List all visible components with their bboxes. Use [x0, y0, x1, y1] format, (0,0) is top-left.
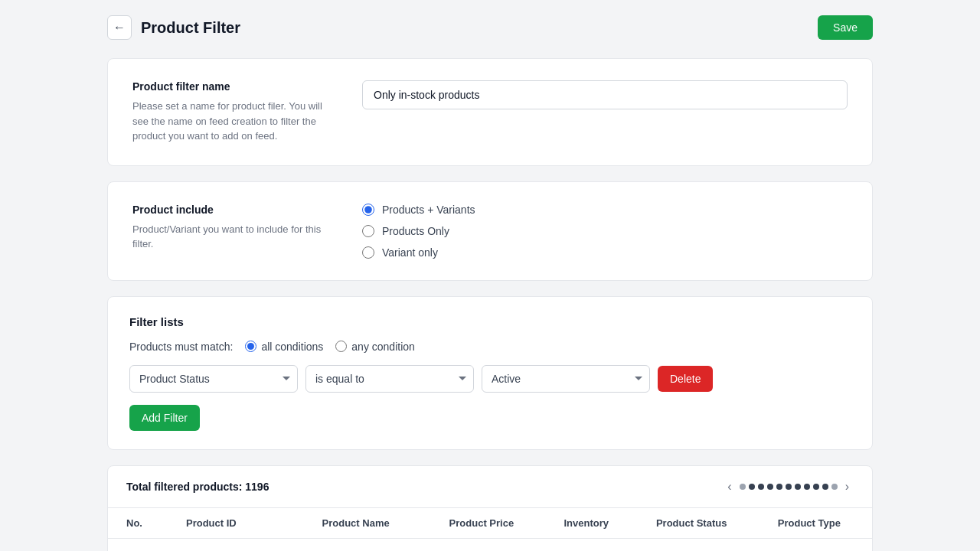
- dot-3: [758, 484, 764, 490]
- radio-all-conditions[interactable]: [245, 341, 256, 352]
- match-any-radio[interactable]: any condition: [335, 341, 415, 353]
- radio-item-products-variants[interactable]: Products + Variants: [362, 204, 848, 216]
- filter-name-content: [362, 80, 848, 109]
- table-head: No. Product ID Product Name Product Pric…: [108, 508, 872, 539]
- match-row: Products must match: all conditions any …: [129, 341, 851, 353]
- product-include-label-col: Product include Product/Variant you want…: [132, 204, 332, 252]
- page-header: ← Product Filter Save: [107, 15, 873, 40]
- radio-products-only[interactable]: [362, 225, 374, 237]
- match-all-radio[interactable]: all conditions: [245, 341, 323, 353]
- radio-variant-only[interactable]: [362, 246, 374, 259]
- dot-6: [786, 484, 792, 490]
- col-product-name: Product Name: [304, 508, 431, 539]
- cell-status: ACTIVE: [638, 538, 760, 551]
- filter-condition-row: Product Status Product Price Inventory P…: [129, 365, 851, 393]
- cell-no: 1: [108, 538, 168, 551]
- col-product-status: Product Status: [638, 508, 760, 539]
- match-label: Products must match:: [129, 341, 233, 353]
- results-header: Total filtered products: 1196 ‹ ›: [108, 466, 872, 508]
- product-include-description: Product/Variant you want to include for …: [132, 222, 332, 252]
- pagination: ‹ ›: [723, 478, 854, 495]
- back-button[interactable]: ←: [107, 15, 132, 40]
- cell-price: 105.0: [431, 538, 546, 551]
- pagination-next[interactable]: ›: [841, 478, 854, 495]
- filter-name-card: Product filter name Please set a name fo…: [107, 58, 873, 166]
- table-header-row: No. Product ID Product Name Product Pric…: [108, 508, 872, 539]
- cell-inventory: 5: [545, 538, 637, 551]
- dot-7: [795, 484, 801, 490]
- save-button[interactable]: Save: [818, 15, 873, 40]
- radio-item-products-only[interactable]: Products Only: [362, 225, 848, 237]
- product-include-card: Product include Product/Variant you want…: [107, 181, 873, 281]
- dot-11: [831, 484, 838, 490]
- filter-name-description: Please set a name for product filer. You…: [132, 99, 332, 144]
- filter-name-input[interactable]: [362, 80, 848, 109]
- results-card: Total filtered products: 1196 ‹ › N: [107, 465, 873, 552]
- col-product-id: Product ID: [168, 508, 304, 539]
- filter-lists-card: Filter lists Products must match: all co…: [107, 296, 873, 450]
- radio-label-any-condition: any condition: [351, 341, 415, 353]
- col-inventory: Inventory: [545, 508, 637, 539]
- product-include-heading: Product include: [132, 204, 332, 216]
- radio-item-variant-only[interactable]: Variant only: [362, 246, 848, 259]
- filter-lists-title: Filter lists: [129, 315, 851, 328]
- radio-label-all-conditions: all conditions: [261, 341, 323, 353]
- filter-name-heading: Product filter name: [132, 80, 332, 93]
- header-left: ← Product Filter: [107, 15, 240, 40]
- dot-10: [822, 484, 828, 490]
- add-filter-button[interactable]: Add Filter: [129, 405, 200, 431]
- filter-value-select[interactable]: Active Draft Archived: [482, 365, 650, 393]
- product-include-content: Products + Variants Products Only Varian…: [362, 204, 848, 259]
- dot-9: [813, 484, 819, 490]
- cell-id: 5878409134233: [168, 538, 304, 551]
- cell-type: Shoes: [760, 538, 872, 551]
- radio-products-variants[interactable]: [362, 204, 374, 216]
- results-table: No. Product ID Product Name Product Pric…: [108, 508, 872, 552]
- delete-filter-button[interactable]: Delete: [658, 366, 713, 392]
- col-no: No.: [108, 508, 168, 539]
- radio-label-products-variants: Products + Variants: [382, 204, 475, 216]
- filter-condition-select[interactable]: is equal to is not equal to contains doe…: [305, 365, 474, 393]
- dot-2: [749, 484, 755, 490]
- radio-label-products-only: Products Only: [382, 225, 449, 237]
- table-body: 15878409134233DZR Minna105.05ACTIVEShoes…: [108, 538, 872, 551]
- dot-5: [776, 484, 782, 490]
- radio-label-variant-only: Variant only: [382, 246, 438, 259]
- results-title: Total filtered products: 1196: [126, 481, 269, 493]
- dot-1: [740, 484, 746, 490]
- filter-name-label-col: Product filter name Please set a name fo…: [132, 80, 332, 144]
- col-product-price: Product Price: [431, 508, 546, 539]
- pagination-prev[interactable]: ‹: [723, 478, 736, 495]
- filter-field-select[interactable]: Product Status Product Price Inventory P…: [129, 365, 298, 393]
- dot-8: [804, 484, 810, 490]
- radio-any-condition[interactable]: [335, 341, 347, 352]
- dot-4: [767, 484, 773, 490]
- table-row: 15878409134233DZR Minna105.05ACTIVEShoes: [108, 538, 872, 551]
- page-title: Product Filter: [141, 19, 240, 37]
- cell-name: DZR Minna: [304, 538, 431, 551]
- col-product-type: Product Type: [760, 508, 872, 539]
- product-include-radio-group: Products + Variants Products Only Varian…: [362, 204, 848, 259]
